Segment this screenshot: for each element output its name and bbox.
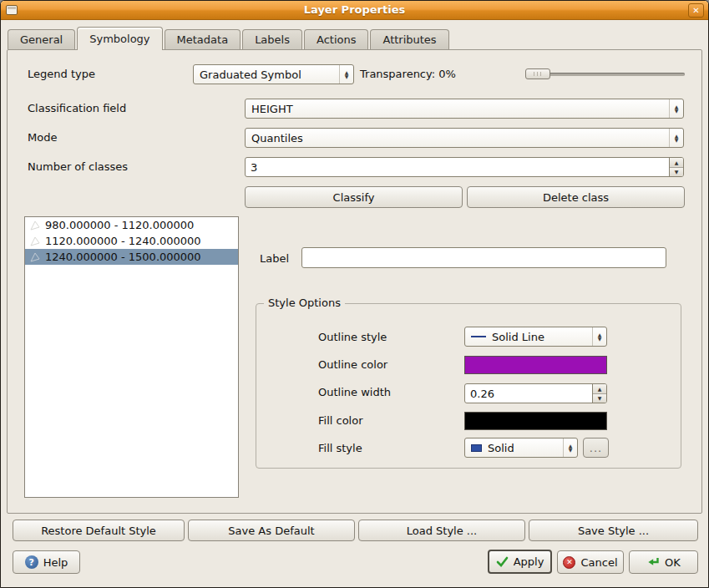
close-button[interactable]: ✕ <box>688 3 704 18</box>
label-field-label: Label <box>260 252 289 265</box>
class-range-label: 1240.000000 - 1500.000000 <box>45 251 201 263</box>
combo-arrows-icon: ▲▼ <box>669 99 683 118</box>
spin-buttons[interactable]: ▲ ▼ <box>669 158 683 176</box>
spin-up-icon[interactable]: ▲ <box>670 158 683 168</box>
classify-button[interactable]: Classify <box>245 186 463 208</box>
outline-color-label: Outline color <box>318 358 387 371</box>
number-of-classes-spinbox[interactable]: ▲ ▼ <box>245 157 684 177</box>
ok-label: OK <box>665 556 681 569</box>
slider-handle[interactable] <box>525 68 550 79</box>
tab-actions[interactable]: Actions <box>304 29 369 49</box>
classification-field-value: HEIGHT <box>246 103 669 115</box>
spin-down-icon[interactable]: ▼ <box>670 168 683 177</box>
solid-fill-icon <box>471 444 482 452</box>
cancel-button[interactable]: ✕ Cancel <box>557 550 624 574</box>
number-of-classes-input[interactable] <box>246 158 669 176</box>
fill-color-swatch[interactable] <box>464 412 607 430</box>
tab-symbology[interactable]: Symbology <box>77 27 162 50</box>
tab-general[interactable]: General <box>8 29 75 49</box>
outline-style-label: Outline style <box>318 331 387 343</box>
window-title: Layer Properties <box>1 3 708 16</box>
cancel-label: Cancel <box>580 556 617 569</box>
tab-metadata[interactable]: Metadata <box>165 29 241 49</box>
fill-style-label: Fill style <box>318 442 362 454</box>
class-symbol-icon <box>29 251 41 263</box>
ok-enter-icon <box>646 557 660 567</box>
layer-properties-dialog: Layer Properties ✕ General Symbology Met… <box>0 0 709 588</box>
class-range-label: 980.000000 - 1120.000000 <box>45 219 194 231</box>
legend-type-label: Legend type <box>28 68 95 80</box>
outline-width-label: Outline width <box>318 386 391 398</box>
combo-arrows-icon: ▲▼ <box>592 327 606 346</box>
apply-check-icon <box>496 556 509 567</box>
help-label: Help <box>43 556 68 569</box>
class-list[interactable]: 980.000000 - 1120.000000 1120.000000 - 1… <box>24 216 239 498</box>
save-as-default-button[interactable]: Save As Default <box>188 520 355 541</box>
label-input[interactable] <box>301 247 666 268</box>
class-symbol-icon <box>29 236 41 247</box>
classification-field-combobox[interactable]: HEIGHT ▲▼ <box>245 99 684 119</box>
restore-default-style-button[interactable]: Restore Default Style <box>13 520 185 541</box>
mode-value: Quantiles <box>246 132 669 144</box>
fill-style-value: Solid <box>482 442 563 454</box>
class-range-label: 1120.000000 - 1240.000000 <box>45 235 201 247</box>
help-icon: ? <box>25 555 38 569</box>
class-list-item[interactable]: 1240.000000 - 1500.000000 <box>25 249 238 265</box>
mode-combobox[interactable]: Quantiles ▲▼ <box>245 128 684 148</box>
class-symbol-icon <box>29 220 41 231</box>
legend-type-value: Graduated Symbol <box>194 68 339 81</box>
titlebar[interactable]: Layer Properties ✕ <box>1 1 708 20</box>
mode-label: Mode <box>28 131 57 144</box>
transparency-label: Transparency: 0% <box>360 68 456 80</box>
fill-style-combobox[interactable]: Solid ▲▼ <box>464 438 578 458</box>
apply-button[interactable]: Apply <box>488 550 552 574</box>
spin-down-icon[interactable]: ▼ <box>593 394 606 403</box>
spin-buttons[interactable]: ▲ ▼ <box>592 384 606 403</box>
legend-type-combobox[interactable]: Graduated Symbol ▲▼ <box>193 64 354 84</box>
apply-label: Apply <box>514 555 544 568</box>
class-list-item[interactable]: 980.000000 - 1120.000000 <box>25 217 238 233</box>
tab-bar: General Symbology Metadata Labels Action… <box>8 27 451 49</box>
style-options-title: Style Options <box>264 297 345 309</box>
outline-style-combobox[interactable]: Solid Line ▲▼ <box>464 327 607 347</box>
fill-color-label: Fill color <box>318 414 363 427</box>
tab-attributes[interactable]: Attributes <box>370 29 448 49</box>
delete-class-button[interactable]: Delete class <box>467 186 685 208</box>
help-button[interactable]: ? Help <box>13 550 80 574</box>
tab-labels[interactable]: Labels <box>242 29 302 49</box>
combo-arrows-icon: ▲▼ <box>563 438 577 457</box>
cancel-icon: ✕ <box>563 556 575 569</box>
outline-style-value: Solid Line <box>486 331 592 343</box>
classification-field-label: Classification field <box>28 102 126 114</box>
save-style-button[interactable]: Save Style ... <box>529 520 698 541</box>
number-of-classes-label: Number of classes <box>28 160 128 173</box>
transparency-slider[interactable] <box>525 68 685 80</box>
outline-color-swatch[interactable] <box>464 356 607 374</box>
combo-arrows-icon: ▲▼ <box>669 129 683 147</box>
outline-width-input[interactable] <box>465 384 592 403</box>
combo-arrows-icon: ▲▼ <box>339 65 353 84</box>
outline-width-spinbox[interactable]: ▲ ▼ <box>464 383 607 403</box>
load-style-button[interactable]: Load Style ... <box>358 520 525 541</box>
class-list-item[interactable]: 1120.000000 - 1240.000000 <box>25 233 238 249</box>
solid-line-icon <box>471 336 486 337</box>
fill-style-more-button[interactable]: ... <box>583 438 609 458</box>
spin-up-icon[interactable]: ▲ <box>593 384 606 394</box>
ok-button[interactable]: OK <box>629 550 698 574</box>
